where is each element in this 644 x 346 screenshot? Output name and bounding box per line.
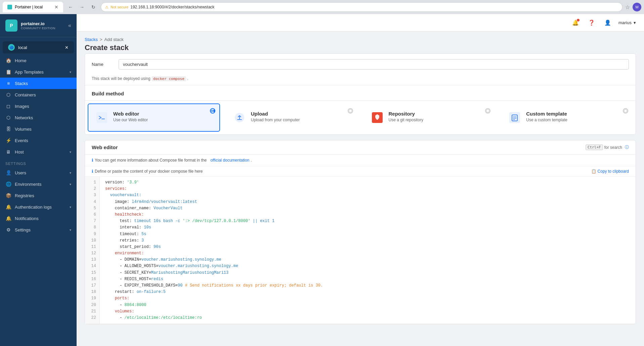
custom-template-text: Custom template Use a custom template: [526, 111, 567, 122]
sidebar-notifications-label: Notifications: [15, 216, 71, 221]
code-content[interactable]: version: '3.9' services: vouchervault: i…: [100, 177, 636, 324]
security-label: Not secure: [111, 5, 128, 9]
home-icon: 🏠: [5, 58, 11, 63]
editor-search-hint: Ctrl+F for search ⓘ: [586, 144, 629, 150]
svg-point-8: [486, 110, 489, 113]
name-label: Name: [92, 62, 112, 67]
sidebar-item-app-templates[interactable]: 📋 App Templates ▾: [0, 66, 77, 78]
upload-radio[interactable]: [348, 108, 353, 114]
sidebar-item-registries[interactable]: 📦 Registries: [0, 190, 77, 201]
editor-section: Web editor Ctrl+F for search ⓘ ℹ You can…: [85, 140, 636, 324]
code-line-13: - DOMAIN=voucher.mariushosting.synology.…: [105, 257, 630, 263]
reload-button[interactable]: ↻: [89, 2, 98, 12]
editor-info-text: You can get more information about Compo…: [95, 158, 207, 163]
sidebar-item-environments[interactable]: 🌐 Environments ▾: [0, 178, 77, 190]
code-editor[interactable]: 12345 678910 1112131415 1617181920 2122 …: [85, 177, 636, 324]
code-line-5: container_name: VoucherVault: [105, 205, 630, 212]
info-icon: ℹ: [92, 158, 93, 163]
sidebar-item-host[interactable]: 🖥 Host ▾: [0, 146, 77, 158]
sidebar-item-auth-logs[interactable]: 🔔 Authentication logs ▾: [0, 201, 77, 213]
sidebar-collapse-button[interactable]: «: [68, 23, 71, 29]
sidebar-item-events[interactable]: ⚡ Events: [0, 135, 77, 146]
host-arrow-icon: ▾: [70, 150, 71, 154]
browser-controls: ← → ↻: [66, 2, 98, 12]
sidebar-item-containers[interactable]: ⬡ Containers: [0, 89, 77, 100]
sidebar-item-networks[interactable]: ⬡ Networks: [0, 112, 77, 123]
sidebar-item-settings[interactable]: ⚙ Settings ▾: [0, 224, 77, 235]
sidebar-images-label: Images: [15, 104, 71, 109]
users-arrow-icon: ▾: [70, 171, 71, 175]
active-tab[interactable]: Portainer | local ✕: [3, 2, 63, 12]
logo-text: portainer.io: [21, 21, 55, 27]
define-text: ℹ Define or paste the content of your do…: [92, 169, 203, 174]
sidebar-item-notifications[interactable]: 🔔 Notifications: [0, 213, 77, 224]
sidebar: P portainer.io COMMUNITY EDITION « 🔵 loc…: [0, 14, 77, 346]
forward-button[interactable]: →: [77, 2, 87, 12]
search-hint-text: for search: [604, 145, 622, 150]
compose-notice-text: This stack will be deployed using: [92, 76, 151, 81]
web-editor-icon: [95, 111, 109, 124]
custom-template-desc: Use a custom template: [526, 118, 567, 122]
browser-chrome: Portainer | local ✕ ← → ↻ ⚠ Not secure 1…: [0, 0, 644, 14]
help-button[interactable]: ❓: [586, 17, 597, 28]
name-input[interactable]: [119, 59, 629, 70]
bookmark-icon[interactable]: ☆: [625, 4, 630, 10]
editor-title: Web editor: [92, 144, 118, 150]
sidebar-nav: 🔵 local ✕ 🏠 Home 📋 App Templates ▾ ≡ Sta…: [0, 37, 77, 346]
sidebar-host-label: Host: [15, 149, 66, 155]
environments-icon: 🌐: [5, 181, 11, 187]
official-docs-link[interactable]: official documentation: [210, 158, 249, 163]
upload-name: Upload: [251, 111, 300, 117]
search-shortcut: Ctrl+F: [586, 144, 603, 150]
build-method-custom-template[interactable]: Custom template Use a custom template: [501, 103, 633, 132]
repository-text: Repository Use a git repository: [389, 111, 423, 122]
web-editor-text: Web editor Use our Web editor: [113, 111, 148, 122]
page-header: Stacks > Add stack Create stack: [85, 32, 636, 53]
compose-notice: This stack will be deployed using docker…: [85, 75, 636, 85]
page-content: Stacks > Add stack Create stack Name Thi…: [77, 32, 644, 346]
environment-close-tag[interactable]: ✕: [65, 45, 69, 50]
tab-close-button[interactable]: ✕: [54, 4, 58, 10]
build-method-web-editor[interactable]: Web editor Use our Web editor: [88, 103, 220, 132]
sidebar-logo: P portainer.io COMMUNITY EDITION «: [0, 14, 77, 37]
app-container: P portainer.io COMMUNITY EDITION « 🔵 loc…: [0, 14, 644, 346]
code-line-10: retries: 3: [105, 237, 630, 244]
topbar-actions: 🔔 ❓ 👤 marius ▾: [570, 17, 636, 28]
sidebar-item-stacks[interactable]: ≡ Stacks: [0, 78, 77, 89]
sidebar-users-label: Users: [15, 170, 66, 175]
copy-to-clipboard-button[interactable]: 📋 Copy to clipboard: [591, 169, 629, 174]
sidebar-item-users[interactable]: 👤 Users ▾: [0, 167, 77, 178]
repository-radio[interactable]: [485, 108, 490, 114]
custom-template-radio[interactable]: [623, 108, 628, 114]
code-line-20: - 8864:8000: [105, 302, 630, 308]
sidebar-item-images[interactable]: ◻ Images: [0, 100, 77, 112]
code-line-22: - /etc/localtime:/etc/localtime:ro: [105, 315, 630, 321]
notifications-bell-button[interactable]: 🔔: [570, 17, 581, 28]
profile-avatar[interactable]: M: [633, 3, 641, 11]
breadcrumb-stacks-link[interactable]: Stacks: [85, 37, 98, 42]
environment-item[interactable]: 🔵 local ✕: [3, 41, 74, 53]
code-line-3: vouchervault:: [105, 192, 630, 199]
svg-point-14: [624, 110, 627, 113]
back-button[interactable]: ←: [66, 2, 75, 12]
code-line-4: image: l4rm4nd/vouchervault:latest: [105, 199, 630, 205]
svg-point-6: [349, 110, 352, 113]
svg-point-3: [211, 111, 212, 112]
web-editor-radio[interactable]: [210, 108, 215, 114]
sidebar-item-volumes[interactable]: 🗄 Volumes: [0, 123, 77, 135]
url-display: 192.168.1.18:9000/#/2/docker/stacks/news…: [130, 5, 214, 9]
networks-icon: ⬡: [5, 115, 11, 120]
logo-icon: P: [5, 19, 17, 32]
tab-favicon: [7, 5, 12, 9]
notifications-icon: 🔔: [5, 216, 11, 221]
environments-arrow-icon: ▾: [70, 182, 71, 186]
build-method-upload[interactable]: Upload Upload from your computer: [225, 103, 358, 132]
user-profile-button[interactable]: 👤: [602, 17, 613, 28]
build-method-title: Build method: [85, 85, 636, 100]
address-bar[interactable]: ⚠ Not secure 192.168.1.18:9000/#/2/docke…: [101, 2, 622, 12]
sidebar-item-home[interactable]: 🏠 Home: [0, 55, 77, 66]
user-menu[interactable]: marius ▾: [618, 20, 636, 25]
code-line-17: - EXPIRY_THRESHOLD_DAYS=90 # Send notifi…: [105, 283, 630, 289]
code-line-12: environment:: [105, 250, 630, 257]
build-method-repository[interactable]: Repository Use a git repository: [363, 103, 496, 132]
